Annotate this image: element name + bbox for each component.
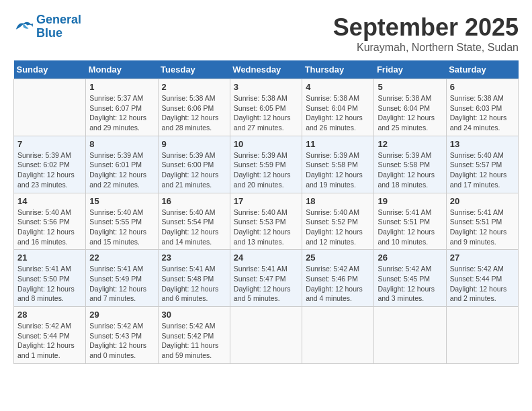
day-info: Sunrise: 5:39 AM Sunset: 6:01 PM Dayligh… <box>89 150 154 190</box>
header-monday: Monday <box>86 60 158 79</box>
calendar-cell <box>374 307 446 364</box>
day-info: Sunrise: 5:41 AM Sunset: 5:49 PM Dayligh… <box>89 264 154 304</box>
day-number: 22 <box>89 253 154 263</box>
calendar-week-4: 21Sunrise: 5:41 AM Sunset: 5:50 PM Dayli… <box>14 250 519 307</box>
day-info: Sunrise: 5:42 AM Sunset: 5:44 PM Dayligh… <box>450 264 515 304</box>
day-info: Sunrise: 5:39 AM Sunset: 6:00 PM Dayligh… <box>162 150 226 190</box>
day-number: 15 <box>89 196 154 206</box>
day-number: 13 <box>450 139 515 149</box>
day-info: Sunrise: 5:42 AM Sunset: 5:44 PM Dayligh… <box>17 321 82 361</box>
calendar-cell <box>302 307 374 364</box>
calendar-header-row: SundayMondayTuesdayWednesdayThursdayFrid… <box>14 60 519 79</box>
day-number: 6 <box>450 82 515 92</box>
day-number: 9 <box>162 139 226 149</box>
calendar-cell: 4Sunrise: 5:38 AM Sunset: 6:04 PM Daylig… <box>302 79 374 136</box>
calendar-cell: 11Sunrise: 5:39 AM Sunset: 5:58 PM Dayli… <box>302 136 374 193</box>
calendar-cell: 24Sunrise: 5:41 AM Sunset: 5:47 PM Dayli… <box>230 250 302 307</box>
calendar-cell: 2Sunrise: 5:38 AM Sunset: 6:06 PM Daylig… <box>158 79 230 136</box>
logo-bird-icon <box>13 19 34 35</box>
calendar-cell: 15Sunrise: 5:40 AM Sunset: 5:55 PM Dayli… <box>86 193 158 250</box>
day-info: Sunrise: 5:39 AM Sunset: 5:58 PM Dayligh… <box>306 150 370 190</box>
calendar-cell: 29Sunrise: 5:42 AM Sunset: 5:43 PM Dayli… <box>86 307 158 364</box>
main-title: September 2025 <box>333 13 519 42</box>
day-number: 26 <box>378 253 442 263</box>
day-number: 4 <box>306 82 370 92</box>
day-number: 30 <box>162 310 226 320</box>
day-number: 28 <box>17 310 82 320</box>
calendar-cell: 16Sunrise: 5:40 AM Sunset: 5:54 PM Dayli… <box>158 193 230 250</box>
calendar-week-3: 14Sunrise: 5:40 AM Sunset: 5:56 PM Dayli… <box>14 193 519 250</box>
day-info: Sunrise: 5:38 AM Sunset: 6:03 PM Dayligh… <box>450 93 515 133</box>
day-number: 3 <box>234 82 298 92</box>
day-info: Sunrise: 5:38 AM Sunset: 6:06 PM Dayligh… <box>162 93 226 133</box>
header-wednesday: Wednesday <box>230 60 302 79</box>
day-info: Sunrise: 5:39 AM Sunset: 5:58 PM Dayligh… <box>378 150 442 190</box>
calendar-cell: 23Sunrise: 5:41 AM Sunset: 5:48 PM Dayli… <box>158 250 230 307</box>
day-info: Sunrise: 5:40 AM Sunset: 5:56 PM Dayligh… <box>17 208 82 247</box>
calendar-cell: 18Sunrise: 5:40 AM Sunset: 5:52 PM Dayli… <box>302 193 374 250</box>
day-number: 21 <box>17 253 82 263</box>
calendar-cell: 22Sunrise: 5:41 AM Sunset: 5:49 PM Dayli… <box>86 250 158 307</box>
day-number: 7 <box>17 139 82 149</box>
day-info: Sunrise: 5:38 AM Sunset: 6:04 PM Dayligh… <box>378 93 442 133</box>
calendar-cell: 20Sunrise: 5:41 AM Sunset: 5:51 PM Dayli… <box>446 193 518 250</box>
calendar-cell: 27Sunrise: 5:42 AM Sunset: 5:44 PM Dayli… <box>446 250 518 307</box>
day-number: 5 <box>378 82 442 92</box>
day-info: Sunrise: 5:38 AM Sunset: 6:05 PM Dayligh… <box>234 93 298 133</box>
day-info: Sunrise: 5:42 AM Sunset: 5:46 PM Dayligh… <box>306 264 370 304</box>
header-friday: Friday <box>374 60 446 79</box>
header: General Blue September 2025 Kuraymah, No… <box>13 13 519 54</box>
calendar-cell <box>446 307 518 364</box>
logo-text: General Blue <box>36 13 81 40</box>
calendar-cell: 28Sunrise: 5:42 AM Sunset: 5:44 PM Dayli… <box>14 307 86 364</box>
day-number: 17 <box>234 196 298 206</box>
day-info: Sunrise: 5:41 AM Sunset: 5:51 PM Dayligh… <box>378 208 442 247</box>
calendar-cell: 25Sunrise: 5:42 AM Sunset: 5:46 PM Dayli… <box>302 250 374 307</box>
day-info: Sunrise: 5:40 AM Sunset: 5:54 PM Dayligh… <box>162 208 226 247</box>
logo: General Blue <box>13 13 81 40</box>
day-info: Sunrise: 5:42 AM Sunset: 5:45 PM Dayligh… <box>378 264 442 304</box>
day-info: Sunrise: 5:37 AM Sunset: 6:07 PM Dayligh… <box>89 93 154 133</box>
title-section: September 2025 Kuraymah, Northern State,… <box>333 13 519 54</box>
day-info: Sunrise: 5:40 AM Sunset: 5:55 PM Dayligh… <box>89 208 154 247</box>
day-number: 8 <box>89 139 154 149</box>
calendar-week-5: 28Sunrise: 5:42 AM Sunset: 5:44 PM Dayli… <box>14 307 519 364</box>
header-tuesday: Tuesday <box>158 60 230 79</box>
day-info: Sunrise: 5:39 AM Sunset: 6:02 PM Dayligh… <box>17 150 82 190</box>
day-info: Sunrise: 5:41 AM Sunset: 5:47 PM Dayligh… <box>234 264 298 304</box>
calendar-week-2: 7Sunrise: 5:39 AM Sunset: 6:02 PM Daylig… <box>14 136 519 193</box>
header-sunday: Sunday <box>14 60 86 79</box>
day-info: Sunrise: 5:40 AM Sunset: 5:53 PM Dayligh… <box>234 208 298 247</box>
calendar-cell: 1Sunrise: 5:37 AM Sunset: 6:07 PM Daylig… <box>86 79 158 136</box>
day-info: Sunrise: 5:41 AM Sunset: 5:51 PM Dayligh… <box>450 208 515 247</box>
calendar-cell: 17Sunrise: 5:40 AM Sunset: 5:53 PM Dayli… <box>230 193 302 250</box>
calendar-cell: 3Sunrise: 5:38 AM Sunset: 6:05 PM Daylig… <box>230 79 302 136</box>
calendar-cell: 12Sunrise: 5:39 AM Sunset: 5:58 PM Dayli… <box>374 136 446 193</box>
calendar-cell: 26Sunrise: 5:42 AM Sunset: 5:45 PM Dayli… <box>374 250 446 307</box>
calendar-cell: 9Sunrise: 5:39 AM Sunset: 6:00 PM Daylig… <box>158 136 230 193</box>
day-number: 2 <box>162 82 226 92</box>
day-number: 16 <box>162 196 226 206</box>
day-number: 25 <box>306 253 370 263</box>
day-number: 29 <box>89 310 154 320</box>
day-number: 20 <box>450 196 515 206</box>
day-number: 23 <box>162 253 226 263</box>
header-thursday: Thursday <box>302 60 374 79</box>
calendar-week-1: 1Sunrise: 5:37 AM Sunset: 6:07 PM Daylig… <box>14 79 519 136</box>
calendar-cell: 10Sunrise: 5:39 AM Sunset: 5:59 PM Dayli… <box>230 136 302 193</box>
day-info: Sunrise: 5:40 AM Sunset: 5:57 PM Dayligh… <box>450 150 515 190</box>
calendar-cell: 5Sunrise: 5:38 AM Sunset: 6:04 PM Daylig… <box>374 79 446 136</box>
calendar-cell <box>230 307 302 364</box>
day-number: 18 <box>306 196 370 206</box>
day-number: 1 <box>89 82 154 92</box>
calendar-cell: 21Sunrise: 5:41 AM Sunset: 5:50 PM Dayli… <box>14 250 86 307</box>
logo-line2: Blue <box>36 26 62 40</box>
day-info: Sunrise: 5:41 AM Sunset: 5:50 PM Dayligh… <box>17 264 82 304</box>
calendar-cell <box>14 79 86 136</box>
day-number: 24 <box>234 253 298 263</box>
subtitle: Kuraymah, Northern State, Sudan <box>333 42 519 54</box>
day-info: Sunrise: 5:38 AM Sunset: 6:04 PM Dayligh… <box>306 93 370 133</box>
day-info: Sunrise: 5:40 AM Sunset: 5:52 PM Dayligh… <box>306 208 370 247</box>
logo-line1: General <box>36 13 81 26</box>
calendar-cell: 7Sunrise: 5:39 AM Sunset: 6:02 PM Daylig… <box>14 136 86 193</box>
